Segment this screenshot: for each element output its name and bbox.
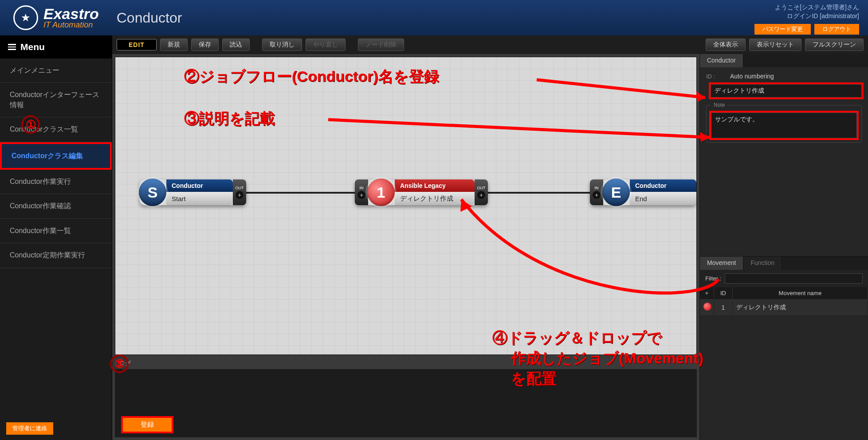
port-out[interactable]: OUT +: [233, 179, 246, 205]
port-in[interactable]: IN +: [355, 179, 368, 205]
col-id: ID: [714, 287, 733, 299]
sidebar-item-class-edit[interactable]: Conductorクラス編集: [0, 142, 112, 170]
plus-icon: +: [593, 191, 601, 199]
menu-label: Menu: [20, 42, 45, 52]
new-button[interactable]: 新規: [160, 39, 188, 51]
register-button[interactable]: 登録: [123, 418, 172, 432]
sidebar-item-periodic[interactable]: Conductor定期作業実行: [0, 243, 112, 268]
app-header: ★ Exastro IT Automation Conductor ようこそ[シ…: [0, 0, 868, 35]
sidebar-item-class-list[interactable]: Conductorクラス一覧: [0, 117, 112, 142]
port-out[interactable]: OUT +: [475, 179, 488, 205]
content: EDIT 新規 保存 読込 取り消し やり直し ノード削除 全体表示 表示リセッ…: [112, 35, 868, 440]
welcome-text: ようこそ[システム管理者]さん: [754, 4, 859, 12]
sidebar-item-job-list[interactable]: Conductor作業一覧: [0, 219, 112, 243]
id-value: Auto numbering: [730, 73, 774, 80]
reset-view-button[interactable]: 表示リセット: [749, 39, 801, 51]
right-panel: Conductor ID : Auto numbering Note: [699, 54, 868, 440]
sidebar-bottom: 管理者に連絡: [6, 422, 53, 435]
sidebar: Menu メインメニュー Conductorインターフェース情報 Conduct…: [0, 35, 112, 440]
log-header: ログ: [115, 358, 697, 369]
movement-id: 1: [714, 300, 733, 315]
sidebar-item-confirm[interactable]: Conductor作業確認: [0, 194, 112, 218]
movement-header: + ID Movement name: [700, 287, 868, 299]
plus-icon: +: [477, 191, 485, 199]
wire-2: [475, 192, 594, 194]
editor-row: S Conductor Start OUT +: [112, 54, 868, 440]
node-movement[interactable]: IN + 1 Ansible Legacy ディレクトリ作成 OUT +: [355, 179, 488, 205]
wire-1: [235, 192, 359, 194]
plus-icon: +: [236, 191, 244, 199]
node-end[interactable]: IN + E Conductor End: [590, 179, 696, 205]
logo-sub: IT Automation: [43, 21, 99, 30]
tab-function[interactable]: Function: [743, 257, 782, 270]
movement-blank: [700, 316, 868, 440]
col-plus: +: [700, 287, 714, 299]
logo-text: Exastro IT Automation: [43, 6, 99, 29]
port-in[interactable]: IN +: [590, 179, 603, 205]
col-name: Movement name: [733, 287, 868, 299]
filter-input[interactable]: [725, 273, 863, 284]
node-end-title: Conductor: [630, 179, 696, 192]
logo-area: ★ Exastro IT Automation: [13, 5, 99, 30]
toolbar: EDIT 新規 保存 読込 取り消し やり直し ノード削除 全体表示 表示リセッ…: [112, 35, 868, 54]
edit-mode-button[interactable]: EDIT: [117, 39, 157, 51]
conductor-name-input[interactable]: [711, 84, 862, 97]
canvas[interactable]: S Conductor Start OUT +: [115, 57, 697, 355]
note-legend: Note: [711, 102, 727, 108]
save-button[interactable]: 保存: [191, 39, 219, 51]
node-end-sub: End: [630, 192, 696, 205]
movement-row[interactable]: 1 ディレクトリ作成: [700, 299, 868, 316]
node-movement-circle: 1: [367, 179, 395, 206]
id-label: ID :: [706, 73, 726, 80]
note-textarea[interactable]: [711, 113, 857, 138]
logout-button[interactable]: ログアウト: [814, 24, 859, 35]
node-end-circle: E: [602, 179, 630, 206]
canvas-wrap: S Conductor Start OUT +: [112, 54, 699, 440]
logo-icon: ★: [13, 5, 38, 30]
plus-icon: +: [357, 191, 365, 199]
change-password-button[interactable]: パスワード変更: [754, 24, 811, 35]
main-row: Menu メインメニュー Conductorインターフェース情報 Conduct…: [0, 35, 868, 440]
filter-label: Filter :: [705, 275, 721, 282]
tab-movement[interactable]: Movement: [700, 257, 743, 270]
app-title: Conductor: [117, 10, 182, 26]
login-id-text: ログインID [administrator]: [754, 12, 859, 20]
node-movement-sub: ディレクトリ作成: [395, 192, 475, 205]
movement-name: ディレクトリ作成: [733, 300, 868, 315]
node-movement-title: Ansible Legacy: [395, 179, 475, 192]
header-right: ようこそ[システム管理者]さん ログインID [administrator] パ…: [754, 4, 859, 35]
log-panel: ログ 登録: [115, 358, 697, 437]
redo-button[interactable]: やり直し: [306, 39, 346, 51]
node-start[interactable]: S Conductor Start OUT +: [140, 179, 246, 205]
sidebar-item-exec[interactable]: Conductor作業実行: [0, 170, 112, 194]
undo-button[interactable]: 取り消し: [262, 39, 302, 51]
sidebar-item-interface[interactable]: Conductorインターフェース情報: [0, 83, 112, 117]
menu-burger-icon: [8, 44, 16, 50]
node-start-sub: Start: [166, 192, 233, 205]
tab-conductor[interactable]: Conductor: [700, 54, 743, 67]
fit-all-button[interactable]: 全体表示: [706, 39, 746, 51]
movement-type-icon: [703, 303, 711, 311]
load-button[interactable]: 読込: [222, 39, 250, 51]
fullscreen-button[interactable]: フルスクリーン: [805, 39, 864, 51]
contact-admin-button[interactable]: 管理者に連絡: [6, 422, 53, 435]
app-root: ★ Exastro IT Automation Conductor ようこそ[シ…: [0, 0, 868, 440]
menu-header[interactable]: Menu: [0, 35, 112, 58]
delete-node-button[interactable]: ノード削除: [358, 39, 404, 51]
node-start-title: Conductor: [166, 179, 233, 192]
node-start-circle: S: [139, 179, 166, 206]
sidebar-item-main[interactable]: メインメニュー: [0, 58, 112, 83]
